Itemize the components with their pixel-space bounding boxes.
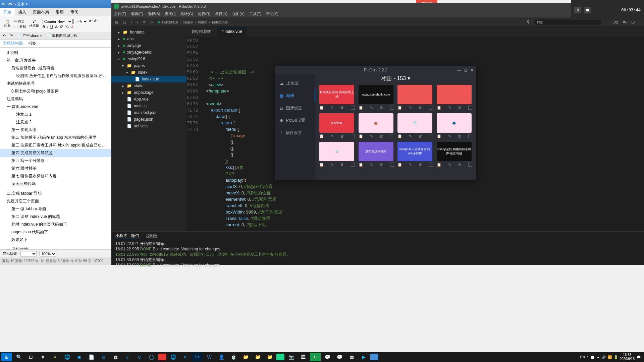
sidebar-toggle-icon[interactable]: ▤ [115, 20, 118, 24]
zoom-select[interactable]: 100% [40, 251, 56, 256]
tree-item[interactable]: ▸ ■ xinyage-bendi [111, 49, 186, 56]
copy-icon[interactable]: 📋 [319, 163, 324, 167]
menu-help[interactable]: 帮助(Y) [266, 11, 278, 16]
wechat-icon[interactable]: 💬 [322, 353, 333, 361]
outline-item[interactable]: 第五.写一个分隔条 [0, 157, 111, 165]
tab-insert[interactable]: 插入 [15, 8, 30, 16]
picgo-side-item[interactable]: ▦相册 [275, 89, 315, 102]
tree-item[interactable]: ▾ 📁 pages [111, 62, 186, 69]
outline-item[interactable]: 一.首页.index.vue [0, 103, 111, 111]
tree-item[interactable]: ▸ 📁 frontend [111, 29, 186, 36]
wps-icon[interactable]: W [204, 353, 215, 361]
delete-icon[interactable]: 🗑 [380, 163, 383, 167]
font-color-button[interactable]: A [71, 25, 73, 29]
menu-select[interactable]: 选择(S) [148, 11, 160, 16]
menu-file[interactable]: 文件(F) [114, 11, 126, 16]
format-painter[interactable]: 🖌格式刷 [28, 19, 41, 29]
app-icon[interactable]: 📄 [86, 353, 97, 361]
picgo-card[interactable]: 漂亮自媒体整站📋✎🗑 [359, 142, 394, 167]
copy-button[interactable]: 📄 复制 [14, 24, 26, 29]
menu-publish[interactable]: 发行(U) [215, 11, 227, 16]
cut-button[interactable]: ✂ 剪切 [14, 19, 26, 24]
app-icon[interactable]: 👤 [216, 353, 227, 361]
checkbox[interactable] [351, 106, 355, 110]
outline-item[interactable]: 第一章.开发准备 [0, 57, 111, 64]
preview-icon[interactable]: ▢ [631, 20, 635, 24]
tree-item[interactable]: ▾ ■ zwlxpf916 [111, 56, 186, 62]
picgo-card[interactable]: 📋✎🗑 [437, 85, 473, 110]
stop-icon[interactable]: ⏹ [584, 7, 591, 13]
edit-icon[interactable]: ✎ [448, 134, 451, 138]
delete-icon[interactable]: 🗑 [419, 134, 422, 138]
checkbox[interactable] [468, 134, 472, 138]
app-icon[interactable]: ▶ [358, 353, 369, 361]
outline-item[interactable]: 测试的快递单号 [0, 80, 111, 87]
level-select[interactable] [20, 251, 37, 256]
copy-icon[interactable]: 📋 [397, 106, 402, 110]
picgo-card[interactable]: uniapp全线 购物商城小程序-东京书城📋✎🗑 [437, 142, 473, 167]
back-icon[interactable]: ‹ [131, 20, 132, 24]
bc-file[interactable]: index.vue [212, 20, 228, 24]
chrome-icon[interactable]: 🌐 [62, 353, 72, 361]
ie-icon[interactable]: e [134, 353, 145, 361]
notification-icon[interactable]: 💬 [637, 355, 641, 359]
bold-button[interactable]: B [43, 25, 45, 29]
more-icon[interactable]: ⁝ [639, 20, 641, 24]
outline-item[interactable]: 页面完成代码 [0, 180, 111, 188]
bc-project[interactable]: ■ zwlxpf916 › [158, 20, 180, 24]
outline-item[interactable]: 第六.限时秒杀 [0, 165, 111, 172]
delete-icon[interactable]: 🗑 [340, 106, 344, 110]
picgo-card[interactable]: 👕📋✎🗑 [397, 113, 433, 138]
outline-tab-structure[interactable]: 文档结构图 [3, 41, 23, 46]
tree-item[interactable]: ▸ ■ abc [111, 36, 186, 42]
tree-item[interactable]: 📄 pages.json [111, 116, 186, 123]
menu-run[interactable]: 运行(R) [198, 11, 210, 16]
save-icon[interactable]: ▢ [123, 20, 126, 24]
wps-outline-tree[interactable]: 0 说明第一章.开发准备后端发货后台--最后再看经测试.放开任意用户后台权限出现… [0, 48, 111, 252]
font-icon[interactable]: Aₐ [623, 20, 627, 24]
bc-index[interactable]: index [198, 20, 207, 24]
outline-item[interactable]: 经测试.放开任意用户后台权限出现服务器漏洞.所以后台管理.还是基... [0, 72, 111, 80]
tree-item[interactable]: 📄 manifest.json [111, 109, 186, 116]
outline-item[interactable]: 注意点 1 [0, 111, 111, 118]
tab-ref[interactable]: 引用 [52, 8, 67, 16]
dropdown-icon[interactable]: ▾ [26, 2, 28, 6]
copy-icon[interactable]: 📋 [437, 106, 441, 110]
folder-icon[interactable]: 📁 [252, 353, 263, 361]
folder-icon[interactable]: 📁 [240, 353, 251, 361]
edit-icon[interactable]: ✎ [448, 106, 451, 110]
pycharm-icon[interactable] [276, 354, 284, 360]
doc-tab-1[interactable]: 📄 广告.docx × [17, 33, 42, 38]
picgo-side-item[interactable]: ☁上传区 [275, 77, 315, 89]
outline-item[interactable]: 此时 index.vue 的全页代码如下 [0, 221, 111, 228]
size-select[interactable]: 小五 [73, 19, 88, 24]
outline-item[interactable]: 第二.调整 index.vue 的标题 [0, 213, 111, 221]
minimize-icon[interactable]: — [457, 68, 461, 72]
delete-icon[interactable]: 🗑 [419, 163, 422, 167]
outline-item[interactable]: 第二.加轮播图.代码在 uniapp 东京书城的公用里 [0, 134, 111, 141]
shrink-font-icon[interactable]: A⁻ [94, 19, 98, 24]
checkbox[interactable] [429, 106, 433, 110]
app-icon[interactable]: ● [50, 353, 60, 361]
menu-edit[interactable]: 编辑(E) [131, 11, 143, 16]
chevron-down-icon[interactable]: ▾ [408, 75, 410, 81]
checkbox[interactable] [351, 134, 355, 138]
run-icon[interactable]: ▷ [151, 20, 153, 24]
edit-icon[interactable]: ✎ [331, 163, 334, 167]
tree-item[interactable]: 📄 index.vue [111, 76, 186, 82]
copy-icon[interactable]: 📋 [319, 134, 324, 138]
tree-item[interactable]: 📄 main.js [111, 103, 186, 109]
tray-up-icon[interactable]: ˄ [587, 355, 589, 359]
hbuilder-icon[interactable]: H [310, 353, 321, 361]
outline-item[interactable]: 第四.完成简易的导航区 [0, 149, 111, 157]
forward-icon[interactable]: › [137, 20, 138, 24]
edit-icon[interactable]: ✎ [370, 163, 373, 167]
app-icon[interactable]: ❋ [38, 353, 48, 361]
folder-icon[interactable]: 📁 [264, 353, 275, 361]
strike-button[interactable]: A̶ [55, 25, 58, 29]
app-icon[interactable]: ▦ [110, 353, 121, 361]
edit-icon[interactable]: ✎ [331, 106, 334, 110]
delete-icon[interactable]: 🗑 [380, 134, 383, 138]
edit-icon[interactable]: ✎ [409, 106, 412, 110]
console-tab-wx[interactable]: 小程序 - 微信 [115, 233, 139, 239]
